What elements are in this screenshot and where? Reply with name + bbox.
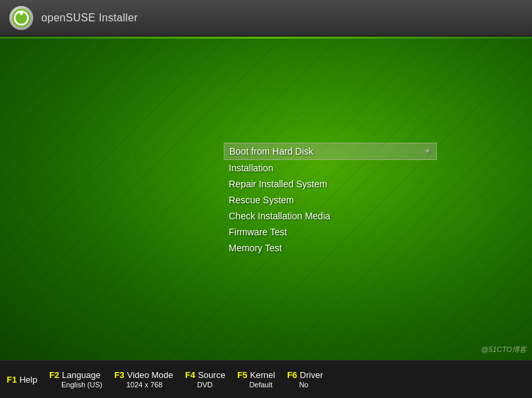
main-area: Boot from Hard Disk ✳ Installation Repai… [0,39,532,360]
boot-menu: Boot from Hard Disk ✳ Installation Repai… [224,143,437,256]
titlebar: openSUSE Installer [0,0,532,37]
f6-key-value: No [299,381,308,389]
f3-key-name: Video Mode [127,370,173,380]
f4-key-label: F4 [185,370,195,380]
fkey-f4[interactable]: F4 Source DVD [185,370,225,389]
f5-key-label: F5 [237,370,247,380]
menu-item-check-installation-media[interactable]: Check Installation Media [224,208,437,224]
f3-key-label: F3 [115,370,125,380]
f3-key-value: 1024 x 768 [127,381,162,389]
watermark: @51CTO博客 [481,345,527,355]
f2-key-label: F2 [49,370,59,380]
svg-point-2 [20,11,23,15]
spinner-icon: ✳ [424,147,431,156]
menu-item-firmware-test[interactable]: Firmware Test [224,224,437,240]
menu-item-rescue-system[interactable]: Rescue System [224,192,437,208]
f2-key-name: Language [62,370,101,380]
f6-key-name: Driver [300,370,323,380]
fkey-f3[interactable]: F3 Video Mode 1024 x 768 [115,370,173,389]
fkey-f2[interactable]: F2 Language English (US) [49,370,103,389]
menu-item-installation[interactable]: Installation [224,160,437,176]
menu-item-boot-hard-disk[interactable]: Boot from Hard Disk ✳ [224,143,437,160]
fkey-f1[interactable]: F1 Help [7,375,37,385]
app-title: openSUSE Installer [41,12,138,24]
f5-key-value: Default [249,381,272,389]
f4-key-name: Source [198,370,225,380]
f4-key-value: DVD [197,381,212,389]
f5-key-name: Kernel [250,370,276,380]
f1-key-label: F1 [7,375,17,385]
menu-item-memory-test[interactable]: Memory Test [224,240,437,256]
fkey-f5[interactable]: F5 Kernel Default [237,370,275,389]
opensuse-logo [9,6,33,30]
f2-key-value: English (US) [61,381,103,389]
f6-key-label: F6 [287,370,297,380]
fkey-f6[interactable]: F6 Driver No [287,370,323,389]
f1-key-name: Help [19,375,37,385]
menu-item-repair-installed-system[interactable]: Repair Installed System [224,176,437,192]
bottombar: F1 Help F2 Language English (US) F3 Vide… [0,360,532,398]
